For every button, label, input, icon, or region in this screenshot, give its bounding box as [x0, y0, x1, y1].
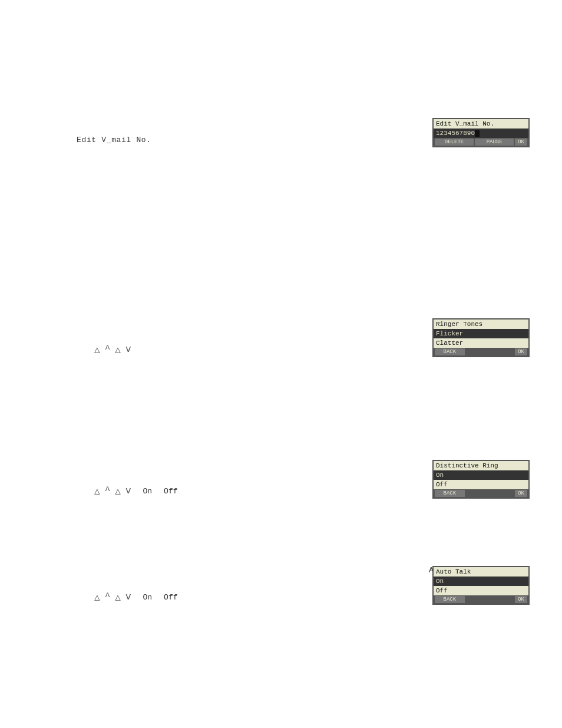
ringer-back-button[interactable]: BACK [435, 348, 465, 355]
ringer-panel-normal: Clatter [434, 338, 528, 348]
distring-nav-on: On [143, 487, 153, 496]
ringer-panel: Ringer Tones Flicker Clatter BACK OK [432, 318, 530, 357]
autotalk-ok-button[interactable]: OK [515, 596, 527, 603]
autotalk-back-button[interactable]: BACK [435, 596, 465, 603]
autotalk-nav-off: Off [164, 593, 177, 602]
vmail-label: Edit V_mail No. [77, 136, 151, 144]
vmail-panel-title: Edit V_mail No. [434, 119, 528, 129]
autotalk-nav-caret-down[interactable]: v [125, 592, 131, 602]
ringer-panel-selected: Flicker [434, 329, 528, 338]
distring-button-row: BACK OK [434, 489, 528, 498]
cursor [475, 130, 480, 137]
autotalk-panel-title: Auto Talk [434, 567, 528, 577]
distring-panel-selected: On [434, 470, 528, 480]
distring-panel-normal: Off [434, 480, 528, 489]
autotalk-nav-triangle-up2[interactable]: △ [115, 591, 121, 603]
distring-panel-title: Distinctive Ring [434, 461, 528, 470]
ringer-panel-title: Ringer Tones [434, 319, 528, 329]
distring-nav-caret-down[interactable]: v [125, 486, 131, 496]
autotalk-nav-on: On [143, 593, 153, 602]
distring-nav-triangle-up2[interactable]: △ [115, 485, 121, 497]
distring-back-button[interactable]: BACK [435, 490, 465, 497]
distring-nav-triangle-up[interactable]: △ [94, 485, 100, 497]
ringer-nav-caret-up[interactable]: ^ [105, 344, 111, 355]
autotalk-panel-selected: On [434, 577, 528, 586]
autotalk-panel: Auto Talk On Off BACK OK [432, 566, 530, 605]
autotalk-button-row: BACK OK [434, 595, 528, 604]
vmail-panel: Edit V_mail No. 1234567890 DELETE PAUSE … [432, 118, 530, 147]
vmail-panel-number: 1234567890 [434, 129, 528, 138]
vmail-pause-button[interactable]: PAUSE [475, 139, 514, 146]
distring-panel: Distinctive Ring On Off BACK OK [432, 460, 530, 499]
ringer-nav-row: △ ^ △ v [94, 344, 131, 355]
vmail-delete-button[interactable]: DELETE [435, 139, 474, 146]
distring-ok-button[interactable]: OK [515, 490, 527, 497]
ringer-ok-button[interactable]: OK [515, 348, 527, 355]
autotalk-nav-triangle-up[interactable]: △ [94, 591, 100, 603]
ringer-nav-triangle-up[interactable]: △ [94, 344, 100, 355]
distring-nav-off: Off [164, 487, 177, 496]
vmail-button-row: DELETE PAUSE OK [434, 138, 528, 146]
autotalk-nav-row: △ ^ △ v On Off [94, 591, 178, 603]
ringer-nav-caret-down[interactable]: v [125, 344, 131, 355]
ringer-button-row: BACK OK [434, 348, 528, 356]
autotalk-panel-normal: Off [434, 586, 528, 595]
distring-nav-row: △ ^ △ v On Off [94, 485, 178, 497]
distring-nav-caret-up[interactable]: ^ [105, 486, 111, 496]
ringer-nav-triangle-up2[interactable]: △ [115, 344, 121, 355]
autotalk-nav-caret-up[interactable]: ^ [105, 592, 111, 602]
vmail-ok-button[interactable]: OK [515, 139, 527, 146]
